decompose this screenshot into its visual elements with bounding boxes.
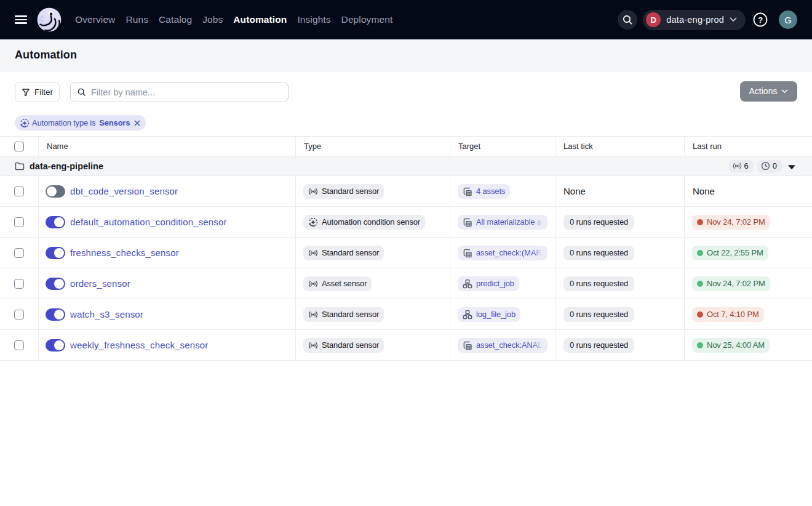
svg-text:?: ?: [758, 15, 763, 25]
